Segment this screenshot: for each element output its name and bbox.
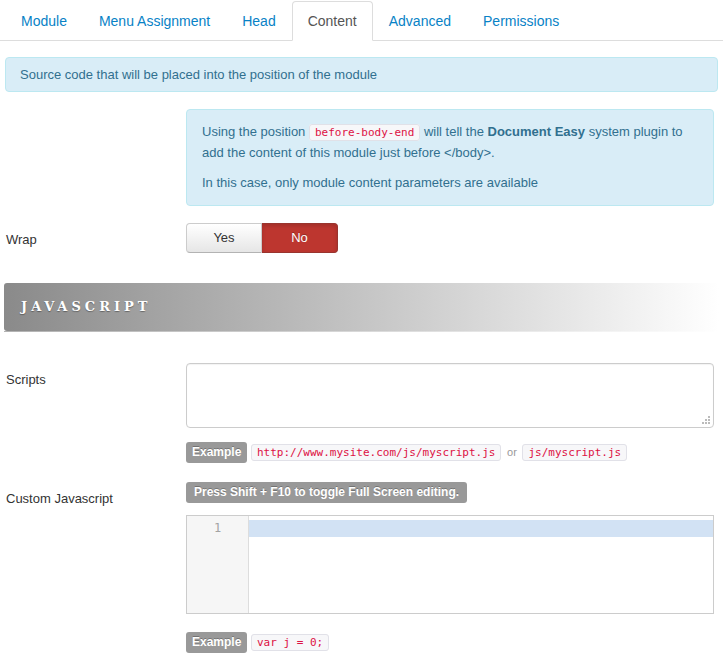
tab-advanced-label[interactable]: Advanced <box>373 1 467 41</box>
tab-menu-assignment-label[interactable]: Menu Assignment <box>83 1 226 41</box>
wrap-field-row: Wrap Yes No <box>0 223 723 253</box>
custom-javascript-example-badge: Example <box>186 632 247 653</box>
info-text-1: Using the position <box>202 124 309 139</box>
var-example-code: var j = 0; <box>251 634 329 651</box>
custom-javascript-label: Custom Javascript <box>0 482 186 653</box>
script-relative-example-code: js/myscript.js <box>522 444 627 461</box>
script-url-example-code: http://www.mysite.com/js/myscript.js <box>251 444 501 461</box>
editor-line-number-gutter: 1 <box>187 516 249 613</box>
tab-head-label[interactable]: Head <box>226 1 291 41</box>
editor-text-area[interactable] <box>249 516 713 613</box>
javascript-section-title: JAVASCRIPT <box>21 299 152 314</box>
tab-permissions-label[interactable]: Permissions <box>467 1 575 41</box>
scripts-field-row: Scripts Example http://www.mysite.com/js… <box>0 363 723 463</box>
before-body-end-code: before-body-end <box>309 124 420 141</box>
tab-advanced[interactable]: Advanced <box>373 1 467 41</box>
tab-menu-assignment[interactable]: Menu Assignment <box>83 1 226 41</box>
document-easy-name: Document Easy <box>488 124 586 139</box>
wrap-no-button[interactable]: No <box>262 223 338 253</box>
tab-bar: Module Menu Assignment Head Content Adva… <box>0 0 723 41</box>
wrap-yes-button[interactable]: Yes <box>186 223 262 253</box>
info-text-2: will tell the <box>420 124 487 139</box>
textarea-resize-handle[interactable] <box>701 415 711 425</box>
wrap-toggle: Yes No <box>186 223 338 253</box>
tab-module[interactable]: Module <box>5 1 83 41</box>
wrap-label: Wrap <box>0 223 186 253</box>
position-info-paragraph-2: In this case, only module content parame… <box>202 173 698 193</box>
scripts-example-line: Example http://www.mysite.com/js/myscrip… <box>186 442 714 463</box>
tab-content[interactable]: Content <box>292 1 373 41</box>
scripts-label: Scripts <box>0 363 186 463</box>
source-code-alert-text: Source code that will be placed into the… <box>20 67 377 82</box>
position-info-box: Using the position before-body-end will … <box>186 109 714 206</box>
tab-content-label[interactable]: Content <box>292 1 373 41</box>
custom-javascript-editor[interactable]: 1 <box>186 515 714 614</box>
tab-permissions[interactable]: Permissions <box>467 1 575 41</box>
position-info-paragraph-1: Using the position before-body-end will … <box>202 122 698 163</box>
line-number: 1 <box>214 521 221 535</box>
scripts-example-badge: Example <box>186 442 247 463</box>
tab-module-label[interactable]: Module <box>5 1 83 41</box>
or-text: or <box>507 446 517 458</box>
custom-javascript-field-row: Custom Javascript Press Shift + F10 to t… <box>0 482 723 653</box>
source-code-alert: Source code that will be placed into the… <box>5 57 718 92</box>
javascript-section-header: JAVASCRIPT <box>4 283 719 331</box>
fullscreen-hint-badge: Press Shift + F10 to toggle Full Screen … <box>186 482 467 503</box>
scripts-textarea[interactable] <box>186 363 714 428</box>
custom-javascript-example-line: Example var j = 0; <box>186 632 714 653</box>
editor-active-line <box>249 520 713 537</box>
tab-head[interactable]: Head <box>226 1 291 41</box>
